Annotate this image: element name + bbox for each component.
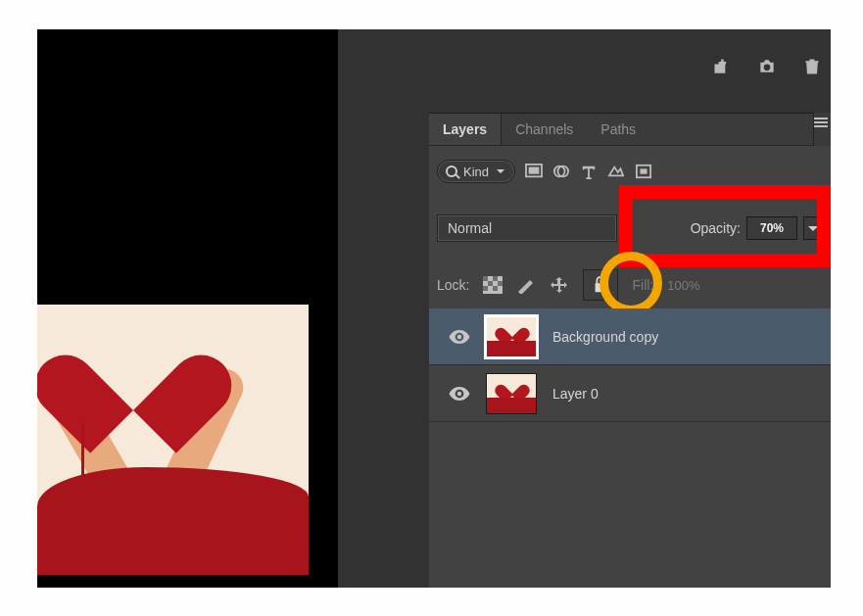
layer-row[interactable]: Layer 0	[429, 365, 831, 422]
lock-all-button[interactable]	[583, 269, 618, 301]
lock-position-icon[interactable]	[550, 276, 569, 294]
filter-pixel-icon[interactable]	[525, 164, 543, 179]
lock-icon	[593, 276, 608, 294]
camera-icon[interactable]	[756, 57, 778, 76]
opacity-label[interactable]: Opacity:	[691, 220, 741, 236]
tab-layers[interactable]: Layers	[429, 114, 502, 145]
layer-row[interactable]: Background copy	[429, 308, 831, 365]
fill-value[interactable]: 100%	[667, 278, 699, 293]
layers-panel: Kind Normal Opacity: 70% Lock:	[429, 146, 831, 588]
layer-thumbnail[interactable]	[486, 373, 537, 414]
lock-transparency-icon[interactable]	[483, 276, 503, 294]
filter-kind-dropdown[interactable]: Kind	[437, 160, 515, 183]
filter-shape-icon[interactable]	[607, 164, 625, 179]
tab-paths[interactable]: Paths	[587, 114, 649, 145]
svg-rect-11	[498, 281, 503, 286]
blend-mode-dropdown[interactable]: Normal	[437, 214, 617, 242]
fill-label[interactable]: Fill:	[632, 277, 653, 293]
new-group-icon[interactable]	[711, 57, 733, 76]
chevron-down-icon	[808, 226, 818, 231]
panel-menu-icon[interactable]	[814, 118, 828, 129]
tab-channels[interactable]: Channels	[502, 114, 587, 145]
svg-rect-10	[488, 281, 493, 286]
layers-list: Background copy Layer 0	[429, 308, 831, 588]
panel-tab-bar: Layers Channels Paths	[429, 113, 831, 146]
illustration-wave	[37, 467, 309, 575]
svg-rect-9	[493, 276, 498, 281]
filter-smartobject-icon[interactable]	[635, 164, 652, 179]
svg-rect-6	[640, 168, 647, 173]
filter-adjustment-icon[interactable]	[552, 164, 570, 179]
svg-rect-12	[483, 286, 488, 291]
filter-kind-label: Kind	[463, 165, 489, 179]
lock-label: Lock:	[437, 277, 469, 293]
lock-pixels-icon[interactable]	[516, 276, 536, 294]
svg-rect-13	[493, 286, 498, 291]
blend-mode-value: Normal	[448, 220, 492, 236]
svg-point-0	[764, 65, 771, 71]
opacity-value-field[interactable]: 70%	[746, 216, 797, 240]
svg-rect-8	[483, 276, 488, 281]
layer-thumbnail[interactable]	[486, 316, 537, 357]
blend-opacity-row: Normal Opacity: 70%	[437, 213, 823, 244]
visibility-toggle-icon[interactable]	[449, 387, 470, 401]
trash-icon[interactable]	[801, 57, 823, 76]
search-icon	[446, 166, 457, 177]
illustration-heart	[76, 314, 194, 422]
opacity-control: Opacity: 70%	[691, 216, 823, 240]
svg-point-14	[457, 334, 461, 338]
svg-point-15	[457, 391, 461, 395]
chevron-down-icon	[497, 169, 504, 173]
layer-name-label[interactable]: Background copy	[552, 329, 658, 345]
panel-shortcut-bar	[711, 57, 823, 76]
svg-rect-2	[529, 167, 540, 174]
layer-filter-row: Kind	[437, 160, 823, 183]
panel-dock: Layers Channels Paths Kind Normal Opaci	[338, 29, 831, 588]
filter-type-icon[interactable]	[580, 164, 598, 179]
visibility-toggle-icon[interactable]	[449, 330, 470, 344]
lock-row: Lock: Fill: 100%	[437, 267, 823, 303]
opacity-dropdown-button[interactable]	[803, 216, 823, 240]
layer-name-label[interactable]: Layer 0	[552, 386, 599, 402]
canvas-preview	[37, 305, 309, 575]
